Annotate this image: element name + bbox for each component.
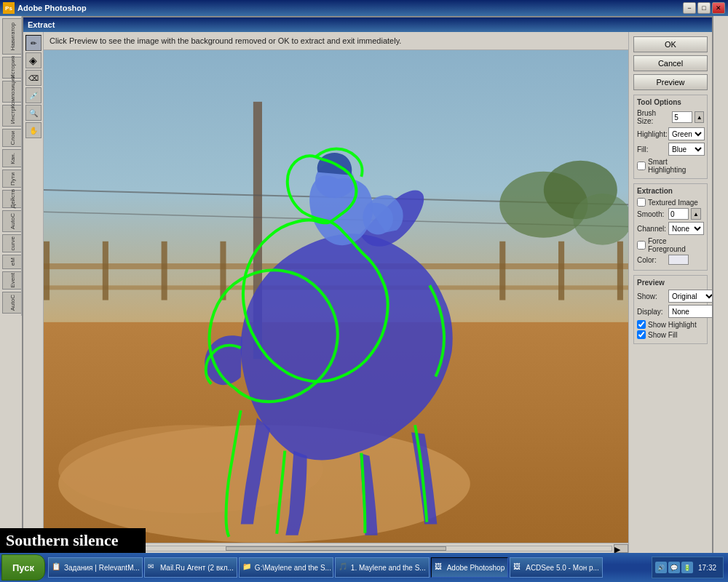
hand-tool-btn[interactable]: ✋ — [25, 122, 41, 138]
brush-size-input[interactable] — [672, 111, 692, 123]
smart-highlighting-row: Smart Highlighting — [637, 158, 704, 174]
extract-title: Extract — [28, 20, 55, 29]
taskbar-item-3[interactable]: 🎵 1. Maylene and the S... — [335, 557, 430, 578]
em-panel[interactable]: eM — [2, 255, 22, 269]
color-swatch[interactable] — [668, 255, 689, 265]
zoom-tool-btn[interactable]: 🔍 — [25, 105, 41, 121]
extract-tools: ✏ ◈ ⌫ 💉 🔍 ✋ — [23, 32, 44, 553]
cancel-button[interactable]: Cancel — [633, 55, 708, 71]
show-row: Show: Original Extracted — [637, 290, 704, 303]
southern-silence-text: Southern silence — [0, 528, 146, 553]
textured-image-label: Textured Image — [648, 199, 698, 207]
taskbar-icon-1: ✉ — [148, 562, 158, 573]
systray-icon-1: 🔊 — [655, 562, 667, 573]
display-select[interactable]: None Gray Matte White Matte Black Matte — [668, 305, 712, 318]
svg-rect-6 — [44, 242, 50, 300]
taskbar-icon-4: 🖼 — [435, 562, 445, 573]
eraser-tool-btn[interactable]: ⌫ — [25, 70, 41, 86]
taskbar-item-2[interactable]: 📁 G:\Maylene and the S... — [239, 557, 333, 578]
fill-row: Fill: Blue Red Green — [637, 143, 704, 156]
smart-highlighting-label: Smart Highlighting — [648, 158, 704, 174]
brush-tool-btn[interactable]: ✏ — [25, 35, 41, 51]
channel-row: Channel: None — [637, 222, 704, 235]
clock: 17:32 — [695, 564, 720, 572]
comp-panel[interactable]: Композиция — [2, 81, 22, 103]
fill-tool-btn[interactable]: ◈ — [25, 52, 41, 68]
taskbar-item-5[interactable]: 🖼 ACDSee 5.0 - Мон р... — [510, 557, 603, 578]
event-panel[interactable]: Event — [2, 271, 22, 290]
taskbar-icon-0: 📋 — [52, 562, 62, 573]
ok-button[interactable]: OK — [633, 36, 708, 52]
minimize-button[interactable]: − — [683, 2, 696, 14]
taskbar-label-0: Задания | RelevantM... — [64, 564, 140, 572]
show-highlight-checkbox[interactable] — [637, 320, 646, 329]
extract-content: ✏ ◈ ⌫ 💉 🔍 ✋ Click Preview to see the ima… — [23, 32, 712, 553]
highlight-label: Highlight: — [637, 130, 666, 138]
autocad-panel2[interactable]: AutoC — [2, 292, 22, 314]
start-button[interactable]: Пуск — [1, 554, 45, 581]
extract-title-bar: Extract — [23, 17, 712, 32]
force-foreground-checkbox[interactable] — [637, 241, 646, 250]
fill-select[interactable]: Blue Red Green — [668, 143, 705, 156]
left-sidebar: Навигатор История Композиция Инстр Слои … — [0, 16, 22, 316]
curve-panel[interactable]: curve — [2, 234, 22, 252]
textured-image-checkbox[interactable] — [637, 198, 646, 207]
taskbar-icon-5: 🖼 — [513, 562, 523, 573]
smooth-row: Smooth: ▲ — [637, 208, 704, 220]
preview-section-title: Preview — [637, 279, 704, 287]
taskbar-item-1[interactable]: ✉ Mail.Ru Агент (2 вкл... — [144, 557, 237, 578]
smart-highlighting-checkbox[interactable] — [637, 162, 646, 170]
taskbar-item-0[interactable]: 📋 Задания | RelevantM... — [48, 557, 143, 578]
canvas-image — [44, 50, 628, 543]
svg-rect-11 — [558, 242, 564, 300]
highlight-select[interactable]: Green Red Blue — [668, 127, 705, 140]
canvas-view — [44, 50, 628, 543]
eyedropper-tool-btn[interactable]: 💉 — [25, 87, 41, 103]
close-button[interactable]: ✕ — [712, 2, 725, 14]
preview-section: Preview Show: Original Extracted Display… — [633, 275, 708, 344]
channel-select[interactable]: None — [668, 222, 704, 235]
app-icon: Ps — [3, 2, 15, 14]
layers-panel[interactable]: Слои — [2, 129, 22, 147]
taskbar-right: 🔊 💬 🔋 17:32 — [647, 557, 728, 578]
show-label: Show: — [637, 292, 666, 300]
svg-rect-10 — [499, 242, 505, 300]
preview-button[interactable]: Preview — [633, 74, 708, 90]
highlight-row: Highlight: Green Red Blue — [637, 127, 704, 140]
taskbar-icon-3: 🎵 — [339, 562, 349, 573]
smooth-up[interactable]: ▲ — [691, 208, 701, 220]
show-fill-row: Show Fill — [637, 330, 704, 339]
smooth-input[interactable] — [668, 208, 689, 220]
paths-panel[interactable]: Пути — [2, 170, 22, 188]
show-fill-checkbox[interactable] — [637, 330, 646, 339]
taskbar: Пуск 📋 Задания | RelevantM... ✉ Mail.Ru … — [0, 553, 728, 582]
systray: 🔊 💬 🔋 17:32 — [652, 557, 724, 578]
instr-panel[interactable]: Инстр — [2, 105, 22, 127]
navigator-panel[interactable]: Навигатор — [2, 18, 22, 55]
actions-panel[interactable]: Действ — [2, 190, 22, 208]
taskbar-label-3: 1. Maylene and the S... — [351, 564, 426, 572]
channels-panel[interactable]: Кан. — [2, 149, 22, 167]
scroll-thumb-h[interactable] — [226, 546, 446, 551]
hint-text: Click Preview to see the image with the … — [50, 36, 401, 45]
window-controls: − □ ✕ — [683, 2, 725, 14]
extract-dialog: Extract ✏ ◈ ⌫ 💉 🔍 ✋ Click Preview to see… — [22, 16, 713, 554]
right-panel: OK Cancel Preview Tool Options Brush Siz… — [628, 32, 712, 553]
show-select[interactable]: Original Extracted — [668, 290, 712, 303]
scroll-right-btn[interactable]: ▶ — [614, 544, 628, 553]
taskbar-item-4[interactable]: 🖼 Adobe Photoshop — [431, 557, 509, 578]
taskbar-icon-2: 📁 — [242, 562, 253, 573]
channel-label: Channel: — [637, 225, 666, 233]
left-panels: Навигатор История Композиция Инстр Слои … — [0, 16, 21, 316]
taskbar-label-5: ACDSee 5.0 - Мон р... — [526, 564, 599, 572]
svg-rect-7 — [103, 242, 108, 300]
systray-icon-3: 🔋 — [681, 562, 693, 573]
canvas-area: Click Preview to see the image with the … — [44, 32, 628, 553]
autocad-panel1[interactable]: AutoC — [2, 210, 22, 232]
restore-button[interactable]: □ — [697, 2, 711, 14]
color-row: Color: — [637, 255, 704, 265]
brush-size-row: Brush Size: ▲ — [637, 109, 704, 125]
brush-size-up[interactable]: ▲ — [695, 111, 704, 123]
show-fill-label: Show Fill — [648, 331, 678, 339]
show-highlight-row: Show Highlight — [637, 320, 704, 329]
